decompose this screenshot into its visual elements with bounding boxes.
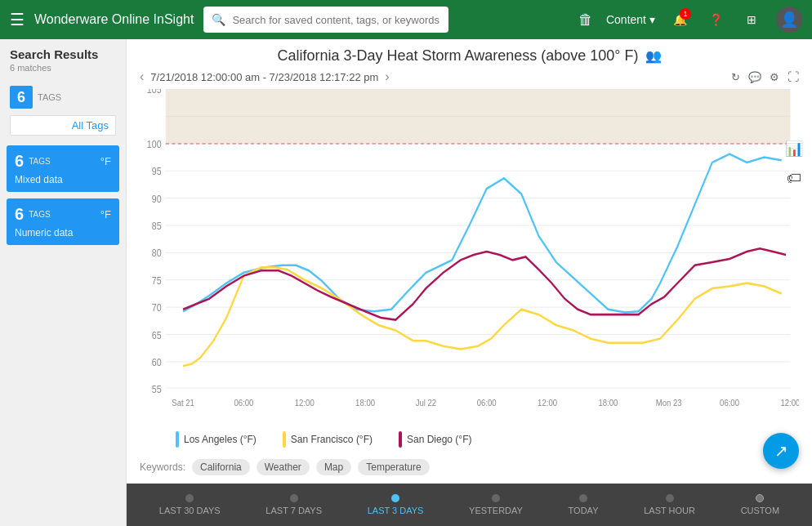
legend-label-la: Los Angeles (°F) [184, 434, 257, 445]
svg-text:85: 85 [152, 220, 162, 231]
notification-badge: 1 [680, 8, 691, 20]
svg-text:95: 95 [152, 165, 162, 176]
search-input[interactable] [232, 14, 440, 26]
svg-text:Jul 22: Jul 22 [416, 397, 437, 408]
keyword-chip-california[interactable]: California [192, 459, 250, 475]
timebar-dot-today [579, 494, 587, 502]
top-nav-actions: 🗑 Content ▾ 🔔 1 ❓ ⊞ 👤 [578, 7, 802, 33]
main-content: California 3-Day Heat Storm Awareness (a… [127, 39, 812, 484]
comment-icon[interactable]: 💬 [748, 71, 761, 83]
brand-name: Wonderware Online InSight [34, 12, 194, 27]
mixed-data-card[interactable]: 6 TAGS °F Mixed data [7, 145, 119, 192]
bar-chart-icon[interactable]: 📊 [781, 136, 807, 162]
timebar-dot-yesterday [492, 494, 500, 502]
timebar-dot-lasthour [666, 494, 674, 502]
card1-count: 6 [15, 152, 24, 171]
svg-text:18:00: 18:00 [598, 397, 618, 408]
timebar-today[interactable]: TODAY [569, 494, 599, 515]
notification-bell-icon[interactable]: 🔔 1 [668, 8, 691, 31]
timebar-label-custom: CUSTOM [741, 506, 779, 515]
keyword-chip-map[interactable]: Map [316, 459, 351, 475]
svg-text:90: 90 [152, 193, 162, 204]
share-icon: ↗ [774, 441, 788, 461]
keywords-row: Keywords: California Weather Map Tempera… [127, 454, 812, 484]
legend-label-sf: San Francisco (°F) [291, 434, 373, 445]
keywords-label: Keywords: [140, 461, 185, 473]
timebar-last3days[interactable]: LAST 3 DAYS [368, 494, 424, 515]
prev-arrow[interactable]: ‹ [140, 69, 144, 84]
main-layout: Search Results 6 matches 6 TAGS All Tags… [0, 39, 812, 526]
legend-item-sd: San Diego (°F) [399, 431, 472, 448]
help-icon[interactable]: ❓ [704, 8, 727, 31]
svg-text:55: 55 [152, 383, 162, 394]
svg-text:12:00: 12:00 [780, 397, 799, 408]
svg-text:75: 75 [152, 274, 162, 286]
search-box: 🔍 [203, 7, 448, 33]
chart-nav-right: ↻ 💬 ⚙ ⛶ [731, 70, 799, 83]
apps-icon[interactable]: ⊞ [740, 8, 763, 31]
card1-tags-label: TAGS [29, 157, 50, 166]
timebar-label-last7: LAST 7 DAYS [265, 506, 322, 515]
timebar-custom[interactable]: CUSTOM [741, 494, 779, 515]
legend-item-sf: San Francisco (°F) [283, 431, 373, 448]
legend-swatch-sd [399, 431, 402, 448]
timebar-last7days[interactable]: LAST 7 DAYS [265, 494, 322, 515]
svg-text:60: 60 [152, 356, 162, 368]
refresh-icon[interactable]: ↻ [731, 71, 740, 83]
chart-nav-left: ‹ 7/21/2018 12:00:00 am - 7/23/2018 12:1… [140, 69, 390, 84]
card2-tags-label: TAGS [29, 210, 50, 219]
chevron-down-icon: ▾ [649, 13, 655, 26]
chart-svg: 105 100 95 90 85 80 75 70 65 60 55 Sat 2… [140, 89, 799, 425]
chart-legend: Los Angeles (°F) San Francisco (°F) San … [127, 425, 812, 454]
timebar-label-last3: LAST 3 DAYS [368, 506, 424, 515]
next-arrow[interactable]: › [385, 69, 389, 84]
timebar-last30days[interactable]: LAST 30 DAYS [159, 494, 221, 515]
timebar-last-hour[interactable]: LAST HOUR [644, 494, 695, 515]
users-icon[interactable]: 👥 [645, 48, 662, 64]
card1-unit: °F [100, 155, 111, 167]
content-menu-button[interactable]: Content ▾ [606, 13, 655, 26]
menu-icon[interactable]: ☰ [10, 10, 25, 29]
chart-nav-row: ‹ 7/21/2018 12:00:00 am - 7/23/2018 12:1… [140, 69, 799, 84]
svg-text:70: 70 [152, 301, 162, 313]
card2-type: Numeric data [15, 227, 111, 238]
time-bar: LAST 30 DAYS LAST 7 DAYS LAST 3 DAYS YES… [127, 484, 812, 526]
delete-icon[interactable]: 🗑 [578, 11, 593, 29]
chart-container: California 3-Day Heat Storm Awareness (a… [127, 39, 812, 425]
settings-icon[interactable]: ⚙ [770, 71, 779, 83]
user-avatar[interactable]: 👤 [776, 7, 802, 33]
keyword-chip-weather[interactable]: Weather [257, 459, 310, 475]
legend-item-la: Los Angeles (°F) [176, 431, 257, 448]
content-label: Content [606, 13, 646, 26]
timebar-dot-custom [756, 494, 764, 502]
svg-text:18:00: 18:00 [355, 397, 375, 408]
svg-text:12:00: 12:00 [295, 397, 315, 408]
keyword-chip-temperature[interactable]: Temperature [358, 459, 429, 475]
timebar-label-today: TODAY [569, 506, 599, 515]
timebar-label-lasthour: LAST HOUR [644, 506, 695, 515]
svg-text:Sat 21: Sat 21 [172, 397, 194, 408]
card2-count: 6 [15, 205, 24, 224]
share-fab-button[interactable]: ↗ [763, 433, 799, 469]
timebar-yesterday[interactable]: YESTERDAY [469, 494, 523, 515]
search-icon: 🔍 [212, 13, 225, 26]
chart-title: California 3-Day Heat Storm Awareness (a… [277, 47, 638, 65]
svg-text:12:00: 12:00 [538, 397, 557, 408]
tag-count-badge: 6 [10, 86, 33, 109]
svg-text:06:00: 06:00 [234, 397, 253, 408]
tags-label: TAGS [38, 92, 61, 102]
numeric-data-card[interactable]: 6 TAGS °F Numeric data [7, 198, 119, 245]
card2-unit: °F [100, 208, 111, 221]
all-tags-button[interactable]: All Tags [10, 115, 116, 136]
sidebar-title: Search Results [0, 39, 126, 63]
fullscreen-icon[interactable]: ⛶ [787, 70, 799, 83]
svg-text:100: 100 [147, 138, 162, 149]
chart-date-range: 7/21/2018 12:00:00 am - 7/23/2018 12:17:… [150, 71, 378, 83]
tag-icon[interactable]: 🏷 [781, 165, 807, 191]
svg-text:06:00: 06:00 [720, 397, 739, 408]
svg-text:80: 80 [152, 247, 162, 259]
timebar-dot-last30 [185, 494, 194, 502]
svg-text:65: 65 [152, 329, 162, 341]
legend-label-sd: San Diego (°F) [407, 434, 472, 445]
svg-text:06:00: 06:00 [477, 397, 497, 408]
